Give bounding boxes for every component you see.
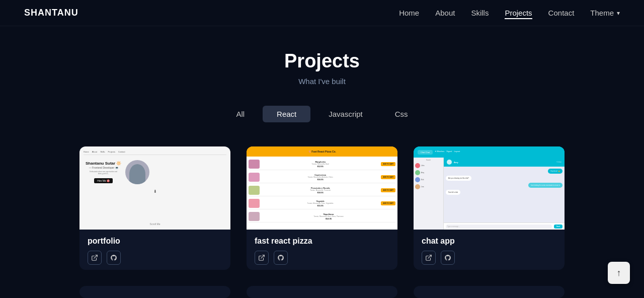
project-name-pizza: fast react pizza [255, 237, 389, 246]
project-name-portfolio: portfolio [88, 237, 222, 246]
project-info-portfolio: portfolio [79, 230, 230, 270]
nav-skills[interactable]: Skills [471, 9, 489, 17]
filter-react[interactable]: React [263, 106, 310, 122]
live-link-pizza[interactable] [255, 251, 269, 265]
github-link-portfolio[interactable] [107, 251, 121, 265]
project-name-chat: chat app [422, 237, 556, 246]
theme-label: Theme [590, 9, 614, 17]
main-content: Projects What I've built All React Javas… [0, 26, 644, 298]
page-subtitle: What I've built [0, 77, 644, 86]
live-link-portfolio[interactable] [88, 251, 102, 265]
brand-logo[interactable]: SHANTANU [24, 8, 78, 18]
page-title: Projects [0, 50, 644, 72]
project-card-stub-1 [79, 286, 230, 298]
project-image-pizza: 🍕 Fast React Pizza Co. Margherita Tomato… [247, 146, 397, 230]
project-links-chat [422, 251, 556, 265]
chevron-down-icon: ▾ [617, 10, 620, 17]
nav-links: Home About Skills Projects Contact Theme… [399, 9, 620, 18]
project-card-stub-3 [414, 286, 565, 298]
filter-css[interactable]: Css [381, 106, 422, 122]
project-image-portfolio: HomeAboutSkillsProjectsContact Shantanu … [79, 146, 230, 230]
svg-line-2 [428, 255, 431, 258]
project-image-chat: Chat Chat ✦ Matches Signal Layout Search… [414, 146, 565, 230]
nav-theme-dropdown[interactable]: Theme ▾ [590, 9, 620, 17]
project-card-chat: Chat Chat ✦ Matches Signal Layout Search… [414, 146, 565, 270]
arrow-up-icon: ↑ [617, 268, 621, 278]
nav-home[interactable]: Home [399, 9, 419, 17]
nav-contact[interactable]: Contact [548, 9, 575, 17]
project-card-stub-2 [247, 286, 397, 298]
project-info-chat: chat app [414, 230, 565, 270]
github-link-chat[interactable] [441, 251, 455, 265]
filter-tabs: All React Javascript Css [0, 106, 644, 122]
project-info-pizza: fast react pizza [247, 230, 397, 270]
project-card-pizza: 🍕 Fast React Pizza Co. Margherita Tomato… [247, 146, 397, 270]
navbar: SHANTANU Home About Skills Projects Cont… [0, 0, 644, 26]
svg-line-1 [261, 255, 264, 258]
project-links-portfolio [88, 251, 222, 265]
filter-all[interactable]: All [222, 106, 259, 122]
scroll-to-top-button[interactable]: ↑ [608, 262, 630, 284]
live-link-chat[interactable] [422, 251, 436, 265]
projects-grid: HomeAboutSkillsProjectsContact Shantanu … [0, 146, 644, 270]
project-card-portfolio: HomeAboutSkillsProjectsContact Shantanu … [79, 146, 230, 270]
projects-grid-bottom [0, 270, 644, 298]
svg-line-0 [94, 255, 97, 258]
nav-about[interactable]: About [435, 9, 455, 17]
project-links-pizza [255, 251, 389, 265]
filter-javascript[interactable]: Javascript [314, 106, 377, 122]
nav-projects[interactable]: Projects [505, 9, 532, 19]
github-link-pizza[interactable] [274, 251, 288, 265]
